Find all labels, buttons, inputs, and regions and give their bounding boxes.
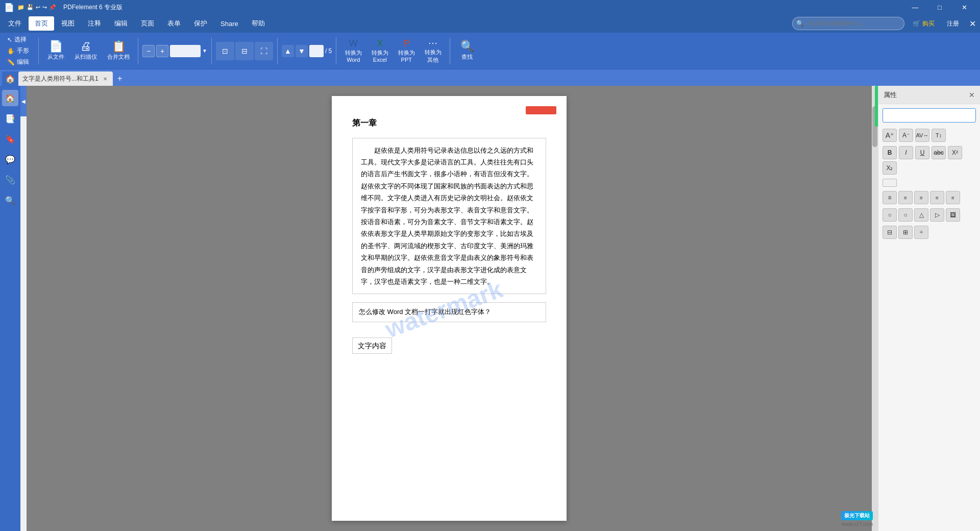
chapter-title: 第一章 bbox=[352, 116, 546, 130]
menu-share[interactable]: Share bbox=[214, 16, 244, 31]
font-name-input[interactable]: 等线 bbox=[883, 108, 976, 123]
close-x-button[interactable]: ✕ bbox=[967, 17, 978, 31]
zoom-input[interactable]: 75% bbox=[170, 45, 201, 57]
subscript-button[interactable]: X₂ bbox=[883, 161, 897, 175]
menu-edit[interactable]: 编辑 bbox=[108, 16, 134, 31]
page-navigation: ▲ ▼ 1 / 5 bbox=[282, 35, 332, 67]
hand-tool-button[interactable]: ✋ 手形 bbox=[4, 46, 32, 56]
sidebar-search-icon[interactable]: 🔍 bbox=[2, 192, 18, 208]
align-right-button[interactable]: ≡ bbox=[914, 191, 928, 204]
main-content: 🏠 📑 🔖 💬 📎 🔍 ◀ 第一章 赵依依是人类用符号记录表达信息以传之久远的方… bbox=[0, 86, 980, 531]
menu-view[interactable]: 视图 bbox=[55, 16, 81, 31]
font-spacing-button[interactable]: AV↔ bbox=[915, 129, 929, 142]
pdf-area[interactable]: 第一章 赵依依是人类用符号记录表达信息以传之久远的方式和工具。现代文字大多是记录… bbox=[27, 86, 872, 531]
left-tools: ↖ 选择 ✋ 手形 ✏️ 编辑 bbox=[4, 35, 32, 67]
menu-page[interactable]: 页面 bbox=[135, 16, 160, 31]
menu-protect[interactable]: 保护 bbox=[188, 16, 213, 31]
sidebar-home-icon[interactable]: 🏠 bbox=[2, 90, 18, 106]
merge-button[interactable]: 📋 合并文档 bbox=[103, 36, 134, 66]
sidebar-bookmark-icon[interactable]: 🔖 bbox=[2, 131, 18, 147]
hand-icon: ✋ bbox=[7, 47, 15, 55]
arrange-button[interactable]: ⊞ bbox=[898, 226, 913, 239]
fit-width-button[interactable]: ⊟ bbox=[235, 42, 254, 60]
full-screen-button[interactable]: ⛶ bbox=[255, 42, 273, 60]
select-tool-button[interactable]: ↖ 选择 bbox=[4, 35, 32, 45]
prev-page-button[interactable]: ▲ bbox=[282, 45, 294, 57]
redo-icon[interactable]: ↪ bbox=[42, 4, 47, 11]
pdf-red-marker bbox=[526, 106, 556, 114]
superscript-button[interactable]: X² bbox=[948, 146, 962, 159]
page-number-input[interactable]: 1 bbox=[309, 45, 324, 57]
from-scanner-button[interactable]: 🖨 从扫描仪 bbox=[70, 36, 101, 66]
next-page-button[interactable]: ▼ bbox=[296, 45, 308, 57]
tell-me-wrapper: 🔍 bbox=[792, 17, 904, 30]
find-button[interactable]: 🔍 查找 bbox=[454, 36, 480, 66]
align-left-button[interactable]: ≡ bbox=[883, 191, 897, 204]
zoom-out-button[interactable]: − bbox=[142, 45, 155, 57]
purchase-button[interactable]: 🛒 购买 bbox=[909, 17, 939, 30]
convert-word-button[interactable]: W 转换为Word bbox=[340, 36, 366, 66]
maximize-button[interactable]: □ bbox=[928, 0, 951, 14]
bottom-logo: 极光下载站 www.xz7.com bbox=[841, 511, 873, 527]
document-tab[interactable]: 文字是人类用符号...和工具1 ✕ bbox=[18, 71, 113, 86]
save-icon[interactable]: 💾 bbox=[27, 4, 34, 11]
sidebar-pages-icon[interactable]: 📑 bbox=[2, 110, 18, 127]
tab-bar: 🏠 文字是人类用符号...和工具1 ✕ + bbox=[0, 69, 980, 86]
underline-button[interactable]: U bbox=[915, 146, 929, 159]
play-shape-button[interactable]: ▷ bbox=[930, 208, 944, 222]
bold-button[interactable]: B bbox=[883, 146, 897, 159]
align-center-button[interactable]: ≡ bbox=[898, 191, 913, 204]
ppt-icon: P bbox=[403, 39, 409, 48]
font-section: 等线 bbox=[878, 104, 980, 127]
convert-group: W 转换为Word X 转换为Excel P 转换为PPT ⋯ 转换为其他 bbox=[340, 36, 446, 66]
home-tab[interactable]: 🏠 bbox=[2, 71, 18, 86]
align-justify-button[interactable]: ≡ bbox=[930, 191, 944, 204]
crop-button[interactable]: ⊟ bbox=[883, 226, 897, 239]
pin-icon[interactable]: 📌 bbox=[49, 4, 56, 11]
minimize-button[interactable]: — bbox=[903, 0, 927, 14]
right-panel-close[interactable]: ✕ bbox=[969, 91, 975, 99]
convert-other-button[interactable]: ⋯ 转换为其他 bbox=[420, 36, 446, 66]
font-size-down-button[interactable]: A⁻ bbox=[899, 129, 913, 142]
add-tab-button[interactable]: + bbox=[113, 71, 127, 86]
zoom-in-button[interactable]: + bbox=[156, 45, 168, 57]
undo-icon[interactable]: ↩ bbox=[36, 4, 40, 11]
font-size-up-button[interactable]: A⁺ bbox=[883, 129, 897, 142]
convert-excel-button[interactable]: X 转换为Excel bbox=[367, 36, 393, 66]
purchase-label: 购买 bbox=[922, 19, 935, 28]
strikethrough-button[interactable]: abc bbox=[932, 146, 946, 159]
color-swatch1[interactable] bbox=[883, 179, 897, 187]
pdf-question: 怎么修改 Word 文档一打字就出现红色字体？ bbox=[352, 302, 546, 322]
pdf-page: 第一章 赵依依是人类用符号记录表达信息以传之久远的方式和工具。现代文字大多是记录… bbox=[332, 96, 567, 521]
circle-shape-button[interactable]: ○ bbox=[883, 208, 897, 222]
image-button[interactable]: 🖼 bbox=[946, 208, 960, 222]
distribute-button[interactable]: ÷ bbox=[914, 226, 928, 239]
sidebar-comment-icon[interactable]: 💬 bbox=[2, 151, 18, 167]
folder-icon[interactable]: 📁 bbox=[17, 4, 24, 11]
from-file-button[interactable]: 📄 从文件 bbox=[43, 36, 68, 66]
register-button[interactable]: 注册 bbox=[943, 17, 963, 30]
menu-file[interactable]: 文件 bbox=[2, 16, 28, 31]
triangle-shape-button[interactable]: △ bbox=[914, 208, 928, 222]
cart-icon: 🛒 bbox=[913, 20, 920, 27]
zoom-dropdown-icon[interactable]: ▼ bbox=[202, 48, 207, 54]
fit-page-button[interactable]: ⊡ bbox=[216, 42, 234, 60]
sidebar-toggle[interactable]: ◀ bbox=[20, 86, 27, 116]
scroll-bar[interactable] bbox=[872, 86, 878, 531]
edit-tool-button[interactable]: ✏️ 编辑 bbox=[4, 57, 32, 67]
oval-shape-button[interactable]: ○ bbox=[898, 208, 913, 222]
sidebar-attachment-icon[interactable]: 📎 bbox=[2, 172, 18, 188]
close-button[interactable]: ✕ bbox=[952, 0, 976, 14]
tell-me-input[interactable] bbox=[792, 17, 904, 30]
convert-ppt-button[interactable]: P 转换为PPT bbox=[394, 36, 419, 66]
list-button[interactable]: ≡ bbox=[946, 191, 960, 204]
edit-icon: ✏️ bbox=[7, 59, 15, 66]
menu-help[interactable]: 帮助 bbox=[246, 16, 271, 31]
menu-annotate[interactable]: 注释 bbox=[82, 16, 107, 31]
format-toolbar: B I U abc X² X₂ bbox=[878, 144, 980, 177]
text-height-button[interactable]: T↕ bbox=[932, 129, 946, 142]
menu-form[interactable]: 表单 bbox=[161, 16, 187, 31]
menu-home[interactable]: 首页 bbox=[29, 16, 54, 31]
close-tab-button[interactable]: ✕ bbox=[102, 75, 109, 82]
italic-button[interactable]: I bbox=[899, 146, 913, 159]
